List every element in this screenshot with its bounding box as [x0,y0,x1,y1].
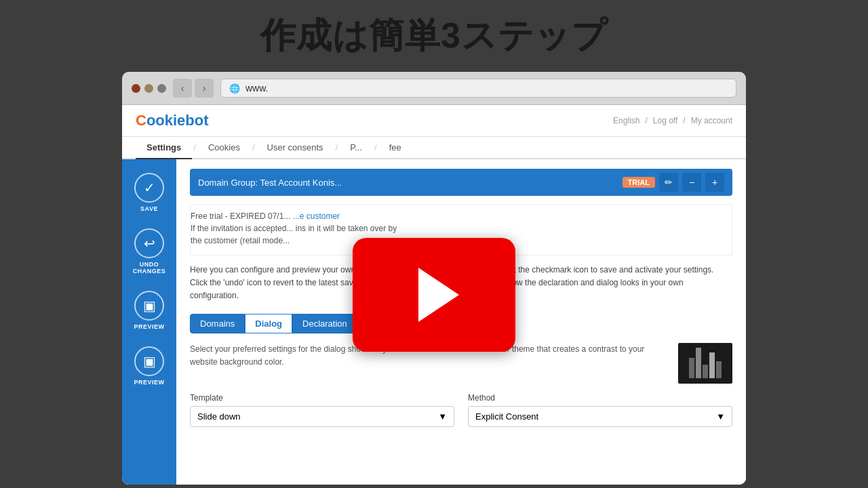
page-title: 作成は簡単3ステップ [260,12,608,60]
template-select[interactable]: Slide down ▼ [190,406,454,427]
sep2: / [683,116,685,125]
tab-privacy[interactable]: P... [339,137,373,159]
inner-tab-dialog[interactable]: Dialog [245,314,292,333]
preview-thumbnail [678,343,732,384]
sep1: / [645,116,647,125]
close-dot[interactable] [132,84,140,93]
trial-badge: TRIAL [623,177,655,188]
page-background: 作成は簡単3ステップ ‹ › 🌐 www. [0,0,868,488]
minus-icon-btn[interactable]: − [682,173,701,192]
header-nav: English / Log off / My account [613,116,732,125]
plus-icon-btn[interactable]: + [705,173,724,192]
back-button[interactable]: ‹ [173,79,192,98]
forward-button[interactable]: › [195,79,214,98]
method-select[interactable]: Explicit Consent ▼ [468,406,732,427]
lang-link[interactable]: English [613,116,639,125]
address-text: www. [245,83,268,94]
form-row: Template Slide down ▼ Method Explicit Co… [190,393,732,427]
domain-bar-right: TRIAL ✏ − + [623,173,724,192]
preview1-icon-circle: ▣ [134,291,164,321]
trial-line2: If the invitation is accepted... ins in … [191,224,732,233]
edit-icon-btn[interactable]: ✏ [659,173,678,192]
cookiebot-header: Cookiebot English / Log off / My account [122,105,746,137]
tab-fee[interactable]: fee [378,137,412,159]
main-tabs: Settings / Cookies / User consents / P..… [122,137,746,159]
browser-window: ‹ › 🌐 www. Cookiebot English / [122,72,746,485]
fullscreen-dot[interactable] [157,84,166,93]
undo-icon-circle: ↩ [134,228,164,258]
nav-buttons: ‹ › [173,79,214,98]
browser-chrome: ‹ › 🌐 www. [122,72,746,105]
logo-c: C [136,112,146,129]
customer-link[interactable]: ...e customer [293,211,340,221]
globe-icon: 🌐 [229,83,240,94]
save-sidebar-btn[interactable]: ✓ SAVE [122,166,176,219]
cookiebot-logo: Cookiebot [136,112,209,129]
tab-settings[interactable]: Settings [136,137,192,159]
tab-user-consents[interactable]: User consents [256,137,334,159]
template-group: Template Slide down ▼ [190,393,454,427]
bar1 [689,358,694,378]
domain-bar: Domain Group: Test Account Konis... TRIA… [190,169,732,196]
domain-bar-text: Domain Group: Test Account Konis... [198,178,342,188]
bar3 [703,365,708,378]
traffic-lights [132,84,166,93]
template-label: Template [190,393,454,403]
bar4 [709,352,715,378]
logoff-link[interactable]: Log off [653,116,677,125]
trial-line1: Free trial - EXPIRED 07/1... ...e custom… [191,211,732,221]
tab-cookies[interactable]: Cookies [197,137,251,159]
preview1-label: PREVIEW [134,323,164,330]
preview1-sidebar-btn[interactable]: ▣ PREVIEW [122,284,176,337]
method-value: Explicit Consent [475,411,538,422]
undo-sidebar-btn[interactable]: ↩ UNDOCHANGES [122,222,176,281]
method-dropdown-icon: ▼ [716,411,725,422]
preview2-icon-circle: ▣ [134,346,164,376]
method-group: Method Explicit Consent ▼ [468,393,732,427]
template-value: Slide down [197,411,241,422]
method-label: Method [468,393,732,403]
undo-label: UNDOCHANGES [133,261,166,274]
preview-bars-visual [689,348,722,378]
inner-tab-domains[interactable]: Domains [190,314,245,333]
account-link[interactable]: My account [691,116,732,125]
address-bar[interactable]: 🌐 www. [220,79,736,98]
template-dropdown-icon: ▼ [438,411,447,422]
browser-content: Cookiebot English / Log off / My account… [122,105,746,485]
preview2-label: PREVIEW [134,379,164,386]
inner-tab-declaration[interactable]: Declaration [292,314,357,333]
bar5 [716,361,722,378]
save-label: SAVE [140,205,158,212]
preview2-sidebar-btn[interactable]: ▣ PREVIEW [122,340,176,392]
save-icon-circle: ✓ [134,173,164,203]
sidebar: ✓ SAVE ↩ UNDOCHANGES ▣ PREVIEW ▣ [122,159,176,485]
play-triangle-icon [418,268,459,322]
youtube-play-button[interactable] [353,238,515,352]
minimize-dot[interactable] [144,84,153,93]
bar2 [696,348,701,378]
